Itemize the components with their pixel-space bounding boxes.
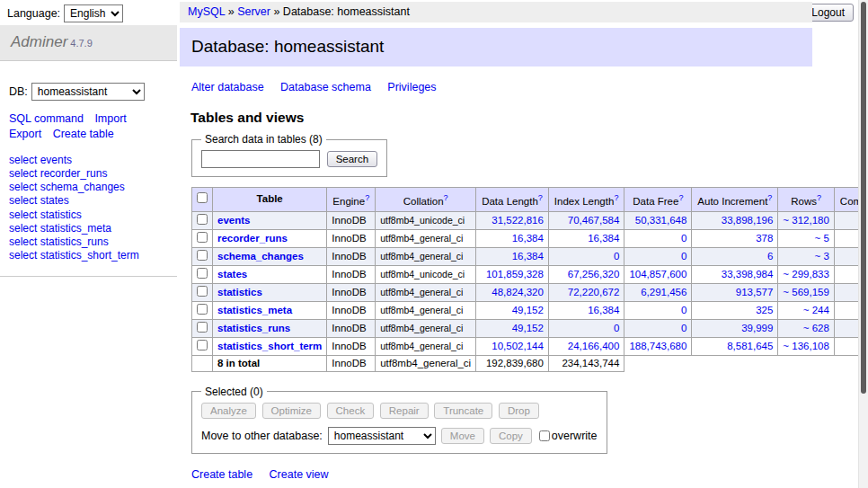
table-name-link[interactable]: events — [217, 215, 250, 226]
index-length-link[interactable]: 16,384 — [588, 233, 619, 244]
data-free-link[interactable]: 0 — [681, 305, 686, 315]
table-select-link-events[interactable]: select events — [9, 154, 72, 166]
help-link[interactable]: ? — [817, 193, 821, 202]
drop-button[interactable]: Drop — [499, 403, 539, 419]
help-link[interactable]: ? — [365, 193, 369, 202]
rows-link[interactable]: ~ 569,159 — [783, 287, 828, 297]
table-name-link[interactable]: schema_changes — [217, 251, 304, 262]
help-link[interactable]: ? — [444, 193, 448, 202]
data-length-link[interactable]: 31,522,816 — [492, 215, 544, 226]
data-length-link[interactable]: 16,384 — [512, 251, 544, 262]
row-checkbox[interactable] — [197, 286, 208, 297]
rows-link[interactable]: ~ 628 — [803, 323, 829, 333]
link-export[interactable]: Export — [9, 128, 41, 140]
auto-increment-link[interactable]: 39,999 — [741, 323, 773, 333]
auto-increment-link[interactable]: 33,398,984 — [722, 269, 774, 279]
optimize-button[interactable]: Optimize — [262, 403, 321, 419]
rows-link[interactable]: ~ 244 — [803, 305, 829, 315]
table-name-link[interactable]: statistics_runs — [217, 323, 290, 333]
auto-increment-link[interactable]: 6 — [767, 251, 773, 262]
breadcrumb-link-mysql[interactable]: MySQL — [188, 5, 225, 18]
data-length-link[interactable]: 10,502,144 — [492, 341, 544, 351]
move-button[interactable]: Move — [441, 428, 484, 444]
data-free-link[interactable]: 50,331,648 — [635, 215, 687, 226]
overwrite-checkbox[interactable] — [539, 430, 550, 441]
link-database-schema[interactable]: Database schema — [280, 81, 371, 93]
search-input[interactable] — [201, 150, 320, 168]
auto-increment-link[interactable]: 913,577 — [736, 287, 774, 297]
table-name-link[interactable]: statistics_meta — [217, 305, 292, 315]
rows-link[interactable]: ~ 5 — [815, 233, 829, 244]
data-free-link[interactable]: 104,857,600 — [629, 269, 686, 279]
index-length-link[interactable]: 70,467,584 — [568, 215, 620, 226]
data-free-link[interactable]: 6,291,456 — [641, 287, 686, 297]
breadcrumb-link-server[interactable]: Server — [237, 5, 270, 18]
index-length-link[interactable]: 16,384 — [588, 305, 619, 315]
help-link[interactable]: ? — [538, 193, 543, 202]
auto-increment-link[interactable]: 8,581,645 — [727, 341, 773, 351]
table-select-link-states[interactable]: select states — [9, 194, 69, 207]
rows-link[interactable]: ~ 312,180 — [783, 215, 828, 226]
data-free-link[interactable]: 0 — [681, 251, 686, 262]
row-checkbox[interactable] — [197, 268, 208, 279]
index-length-link[interactable]: 67,256,320 — [568, 269, 620, 279]
move-db-select[interactable]: homeassistant — [328, 427, 436, 445]
row-checkbox[interactable] — [197, 232, 208, 243]
rows-link[interactable]: ~ 3 — [815, 251, 829, 262]
db-select[interactable]: homeassistant — [31, 83, 145, 101]
table-select-link-schema-changes[interactable]: select schema_changes — [9, 181, 125, 193]
check-button[interactable]: Check — [327, 403, 375, 419]
link-import[interactable]: Import — [94, 112, 126, 125]
analyze-button[interactable]: Analyze — [201, 403, 256, 419]
language-select[interactable]: English — [64, 4, 123, 22]
help-link[interactable]: ? — [767, 193, 772, 202]
data-length-link[interactable]: 49,152 — [512, 323, 544, 333]
index-length-link[interactable]: 0 — [614, 251, 619, 262]
link-sql-command[interactable]: SQL command — [9, 112, 84, 125]
table-select-link-statistics-short-term[interactable]: select statistics_short_term — [9, 249, 139, 262]
index-length-link[interactable]: 0 — [614, 323, 619, 333]
help-link[interactable]: ? — [678, 193, 683, 202]
data-length-link[interactable]: 49,152 — [512, 305, 544, 315]
index-length-link[interactable]: 72,220,672 — [568, 287, 620, 297]
data-free-link[interactable]: 0 — [681, 233, 686, 244]
table-select-link-statistics[interactable]: select statistics — [9, 209, 82, 221]
table-name-link[interactable]: statistics_short_term — [217, 341, 322, 351]
auto-increment-link[interactable]: 33,898,196 — [722, 215, 774, 226]
search-button[interactable]: Search — [327, 151, 377, 167]
auto-increment-link[interactable]: 378 — [756, 233, 773, 244]
row-checkbox[interactable] — [197, 250, 208, 261]
auto-increment-link[interactable]: 325 — [756, 305, 773, 315]
link-create-view[interactable]: Create view — [270, 468, 329, 481]
link-create-table[interactable]: Create table — [191, 468, 252, 481]
repair-button[interactable]: Repair — [380, 403, 429, 419]
link-create-table[interactable]: Create table — [53, 128, 114, 140]
rows-link[interactable]: ~ 136,108 — [783, 341, 828, 351]
row-checkbox[interactable] — [197, 322, 208, 333]
data-length-link[interactable]: 48,824,320 — [492, 287, 544, 297]
select-all-checkbox[interactable] — [197, 192, 208, 203]
data-free-link[interactable]: 0 — [681, 323, 686, 333]
row-checkbox[interactable] — [197, 340, 208, 350]
truncate-button[interactable]: Truncate — [434, 403, 492, 419]
rows-link[interactable]: ~ 299,833 — [783, 269, 828, 279]
app-version[interactable]: 4.7.9 — [70, 38, 92, 49]
table-name-link[interactable]: states — [217, 269, 247, 279]
index-length-link[interactable]: 24,166,400 — [568, 341, 620, 351]
table-name-link[interactable]: statistics — [217, 287, 262, 297]
scrollbar-thumb[interactable] — [861, 2, 866, 394]
table-select-link-statistics-runs[interactable]: select statistics_runs — [9, 235, 109, 248]
help-link[interactable]: ? — [614, 193, 618, 202]
table-select-link-recorder-runs[interactable]: select recorder_runs — [9, 167, 107, 180]
data-length-link[interactable]: 101,859,328 — [486, 269, 544, 279]
row-checkbox[interactable] — [197, 304, 208, 315]
data-length-link[interactable]: 16,384 — [512, 233, 544, 244]
vertical-scrollbar[interactable] — [858, 0, 868, 488]
data-free-link[interactable]: 188,743,680 — [629, 341, 686, 351]
copy-button[interactable]: Copy — [490, 428, 532, 444]
link-privileges[interactable]: Privileges — [387, 81, 436, 93]
table-name-link[interactable]: recorder_runs — [217, 233, 288, 244]
link-alter-database[interactable]: Alter database — [191, 81, 264, 93]
table-select-link-statistics-meta[interactable]: select statistics_meta — [9, 222, 111, 235]
row-checkbox[interactable] — [197, 214, 208, 225]
